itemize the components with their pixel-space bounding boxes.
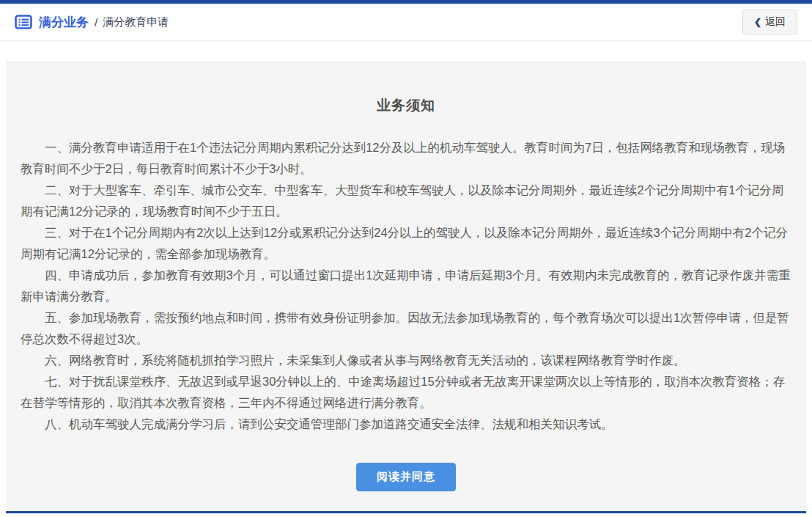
agree-button[interactable]: 阅读并同意 bbox=[356, 463, 456, 491]
notice-paragraph: 二、对于大型客车、牵引车、城市公交车、中型客车、大型货车和校车驾驶人，以及除本记… bbox=[21, 180, 791, 222]
notice-title: 业务须知 bbox=[21, 61, 791, 115]
notice-panel: 业务须知 一、满分教育申请适用于在1个违法记分周期内累积记分达到12分及以上的机… bbox=[6, 61, 806, 513]
back-button[interactable]: ❮ 返回 bbox=[742, 10, 797, 34]
notice-paragraph: 五、参加现场教育，需按预约地点和时间，携带有效身份证明参加。因故无法参加现场教育… bbox=[21, 307, 791, 350]
notice-paragraph: 七、对于扰乱课堂秩序、无故迟到或早退30分钟以上的、中途离场超过15分钟或者无故… bbox=[21, 371, 791, 414]
notice-body: 一、满分教育申请适用于在1个违法记分周期内累积记分达到12分及以上的机动车驾驶人… bbox=[21, 137, 791, 435]
breadcrumb-current: 满分教育申请 bbox=[103, 15, 169, 29]
page-header: 满分业务 / 满分教育申请 ❮ 返回 bbox=[0, 4, 812, 41]
notice-paragraph: 八、机动车驾驶人完成满分学习后，请到公安交通管理部门参加道路交通安全法律、法规和… bbox=[21, 414, 791, 435]
breadcrumb-separator: / bbox=[95, 16, 97, 29]
back-button-label: 返回 bbox=[765, 15, 786, 29]
breadcrumb-root[interactable]: 满分业务 bbox=[39, 14, 89, 31]
notice-paragraph: 六、网络教育时，系统将随机抓拍学习照片，未采集到人像或者从事与网络教育无关活动的… bbox=[21, 350, 791, 371]
notice-paragraph: 三、对于在1个记分周期内有2次以上达到12分或累积记分达到24分以上的驾驶人，以… bbox=[21, 222, 791, 265]
list-icon bbox=[15, 15, 32, 29]
chevron-left-icon: ❮ bbox=[754, 18, 761, 26]
notice-paragraph: 一、满分教育申请适用于在1个违法记分周期内累积记分达到12分及以上的机动车驾驶人… bbox=[21, 137, 791, 180]
notice-paragraph: 四、申请成功后，参加教育有效期3个月，可以通过窗口提出1次延期申请，申请后延期3… bbox=[21, 265, 791, 307]
